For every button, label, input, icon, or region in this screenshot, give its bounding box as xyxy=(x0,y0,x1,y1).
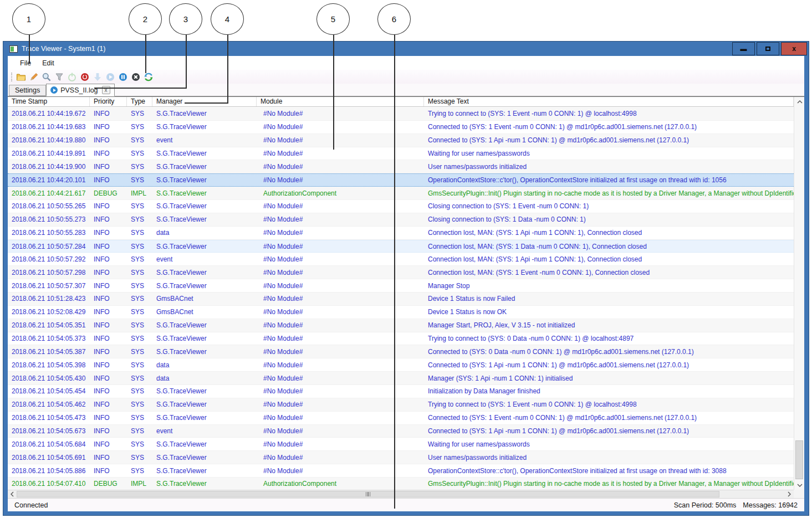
tab-bar: Settings PVSS_II.log x xyxy=(8,84,804,96)
refresh-icon[interactable] xyxy=(142,71,155,83)
cell-manager: S.G.TraceViewer xyxy=(152,202,257,210)
log-row[interactable]: 2018.06.21 10:51:28.423 INFO SYS GmsBACn… xyxy=(8,293,794,306)
log-row[interactable]: 2018.06.21 10:44:19.891 INFO SYS S.G.Tra… xyxy=(8,147,794,161)
log-row[interactable]: 2018.06.21 10:54:05.462 INFO SYS S.G.Tra… xyxy=(8,398,794,412)
scroll-up-icon[interactable] xyxy=(794,97,804,106)
log-row[interactable]: 2018.06.21 10:54:05.351 INFO SYS S.G.Tra… xyxy=(8,319,794,332)
log-row[interactable]: 2018.06.21 10:50:57.292 INFO SYS event #… xyxy=(8,253,794,266)
tab-close-icon[interactable]: x xyxy=(102,86,110,94)
cell-manager: GmsBACnet xyxy=(152,308,257,316)
log-row[interactable]: 2018.06.21 10:44:19.672 INFO SYS S.G.Tra… xyxy=(8,107,794,121)
cell-module: #No Module# xyxy=(257,202,424,210)
cell-priority: INFO xyxy=(90,348,127,356)
tab-settings[interactable]: Settings xyxy=(9,85,46,96)
log-row[interactable]: 2018.06.21 10:52:08.429 INFO SYS GmsBACn… xyxy=(8,306,794,319)
filter-icon[interactable] xyxy=(53,71,65,83)
menu-edit[interactable]: Edit xyxy=(37,58,60,69)
log-row[interactable]: 2018.06.21 10:44:19.900 INFO SYS S.G.Tra… xyxy=(8,160,794,173)
scroll-right-icon[interactable] xyxy=(785,490,794,499)
cell-priority: INFO xyxy=(90,414,127,422)
horizontal-scrollbar[interactable] xyxy=(8,490,794,498)
cell-timestamp: 2018.06.21 10:44:21.617 xyxy=(8,189,90,197)
log-row[interactable]: 2018.06.21 10:54:05.373 INFO SYS S.G.Tra… xyxy=(8,332,794,346)
cell-timestamp: 2018.06.21 10:54:05.886 xyxy=(8,467,90,475)
menu-file[interactable]: File xyxy=(14,58,37,69)
callout-1: 1 xyxy=(12,3,45,35)
cell-priority: DEBUG xyxy=(90,189,127,197)
screenshot-canvas: Trace Viewer - System1 (1) ▬ x File Edit xyxy=(0,0,812,518)
menu-bar: File Edit xyxy=(8,56,804,70)
column-header-time[interactable]: Time Stamp xyxy=(8,97,90,106)
cell-message: Trying to connect to (SYS: 0 Data -num 0… xyxy=(424,335,794,342)
cell-priority: INFO xyxy=(90,216,127,223)
log-row[interactable]: 2018.06.21 10:50:55.273 INFO SYS S.G.Tra… xyxy=(8,213,794,227)
log-row[interactable]: 2018.06.21 10:44:21.617 DEBUG IMPL S.G.T… xyxy=(8,187,794,200)
column-header-manager[interactable]: Manager xyxy=(152,97,257,106)
trace-viewer-window: Trace Viewer - System1 (1) ▬ x File Edit xyxy=(3,41,809,516)
column-header-message[interactable]: Message Text xyxy=(424,97,794,106)
log-row[interactable]: 2018.06.21 10:44:19.683 INFO SYS S.G.Tra… xyxy=(8,121,794,134)
vertical-scroll-thumb[interactable] xyxy=(795,440,803,479)
cell-timestamp: 2018.06.21 10:44:19.880 xyxy=(8,136,90,144)
cell-module: #No Module# xyxy=(257,176,424,184)
cell-type: SYS xyxy=(127,269,152,276)
cell-type: SYS xyxy=(127,348,152,356)
log-row[interactable]: 2018.06.21 10:50:57.307 INFO SYS S.G.Tra… xyxy=(8,279,794,293)
cell-priority: INFO xyxy=(90,110,127,117)
cell-type: SYS xyxy=(127,387,152,395)
scroll-left-icon[interactable] xyxy=(8,490,17,499)
scroll-down-icon[interactable] xyxy=(794,480,804,490)
cell-manager: S.G.TraceViewer xyxy=(152,123,257,131)
log-row[interactable]: 2018.06.21 10:54:07.410 DEBUG IMPL S.G.T… xyxy=(8,478,794,490)
open-file-icon[interactable] xyxy=(14,71,27,83)
play-icon[interactable] xyxy=(104,71,116,83)
cell-message: GmsSecurityPlugin::Init() Plugin startin… xyxy=(424,189,794,197)
vertical-scrollbar[interactable] xyxy=(794,97,804,490)
cell-message: Initialization by Data Manager finished xyxy=(424,387,794,395)
cell-manager: S.G.TraceViewer xyxy=(152,243,257,250)
log-row[interactable]: 2018.06.21 10:54:05.430 INFO SYS data #N… xyxy=(8,372,794,385)
power-on-icon[interactable] xyxy=(65,71,78,83)
cell-timestamp: 2018.06.21 10:44:19.672 xyxy=(8,110,90,117)
cell-priority: INFO xyxy=(90,454,127,461)
tab-pvss-log[interactable]: PVSS_II.log x xyxy=(46,84,114,96)
column-header-priority[interactable]: Priority xyxy=(90,97,127,106)
cell-timestamp: 2018.06.21 10:54:05.398 xyxy=(8,361,90,369)
log-row[interactable]: 2018.06.21 10:44:20.101 INFO SYS S.G.Tra… xyxy=(8,173,794,187)
cell-message: Connection lost, MAN: (SYS: 1 Api -num 1… xyxy=(424,255,794,263)
log-row[interactable]: 2018.06.21 10:50:55.265 INFO SYS S.G.Tra… xyxy=(8,200,794,213)
log-row[interactable]: 2018.06.21 10:54:05.387 INFO SYS S.G.Tra… xyxy=(8,345,794,358)
minimize-button[interactable]: ▬ xyxy=(732,42,755,55)
horizontal-scroll-thumb[interactable] xyxy=(17,491,719,498)
power-off-icon[interactable] xyxy=(78,71,91,83)
log-row[interactable]: 2018.06.21 10:54:05.473 INFO SYS S.G.Tra… xyxy=(8,412,794,425)
edit-pencil-icon[interactable] xyxy=(27,71,40,83)
cell-manager: S.G.TraceViewer xyxy=(152,216,257,223)
log-row[interactable]: 2018.06.21 10:54:05.673 INFO SYS event #… xyxy=(8,425,794,438)
maximize-button[interactable] xyxy=(757,42,779,55)
log-row[interactable]: 2018.06.21 10:54:05.398 INFO SYS data #N… xyxy=(8,358,794,372)
cell-manager: event xyxy=(152,255,257,263)
log-row[interactable]: 2018.06.21 10:50:55.283 INFO SYS data #N… xyxy=(8,227,794,240)
cell-message: User names/passwords initialized xyxy=(424,163,794,171)
log-row[interactable]: 2018.06.21 10:50:57.284 INFO SYS S.G.Tra… xyxy=(8,240,794,253)
search-icon[interactable] xyxy=(40,71,53,83)
arrow-down-icon[interactable] xyxy=(91,71,104,83)
log-row[interactable]: 2018.06.21 10:54:05.691 INFO SYS S.G.Tra… xyxy=(8,451,794,464)
cell-module: #No Module# xyxy=(257,110,424,117)
cancel-icon[interactable] xyxy=(129,71,142,83)
toolbar-grip[interactable] xyxy=(11,73,12,81)
pause-icon[interactable] xyxy=(116,71,129,83)
column-header-type[interactable]: Type xyxy=(127,97,152,106)
log-row[interactable]: 2018.06.21 10:54:05.684 INFO SYS S.G.Tra… xyxy=(8,438,794,451)
log-row[interactable]: 2018.06.21 10:44:19.880 INFO SYS event #… xyxy=(8,134,794,147)
log-row[interactable]: 2018.06.21 10:50:57.298 INFO SYS S.G.Tra… xyxy=(8,266,794,279)
cell-module: #No Module# xyxy=(257,440,424,448)
close-button[interactable]: x xyxy=(781,42,807,55)
cell-type: SYS xyxy=(127,454,152,461)
log-row[interactable]: 2018.06.21 10:54:05.886 INFO SYS S.G.Tra… xyxy=(8,464,794,478)
cell-type: SYS xyxy=(127,243,152,250)
log-row[interactable]: 2018.06.21 10:54:05.454 INFO SYS S.G.Tra… xyxy=(8,385,794,398)
grid-header: Time Stamp Priority Type Manager Module … xyxy=(8,97,794,107)
column-header-module[interactable]: Module xyxy=(257,97,424,106)
